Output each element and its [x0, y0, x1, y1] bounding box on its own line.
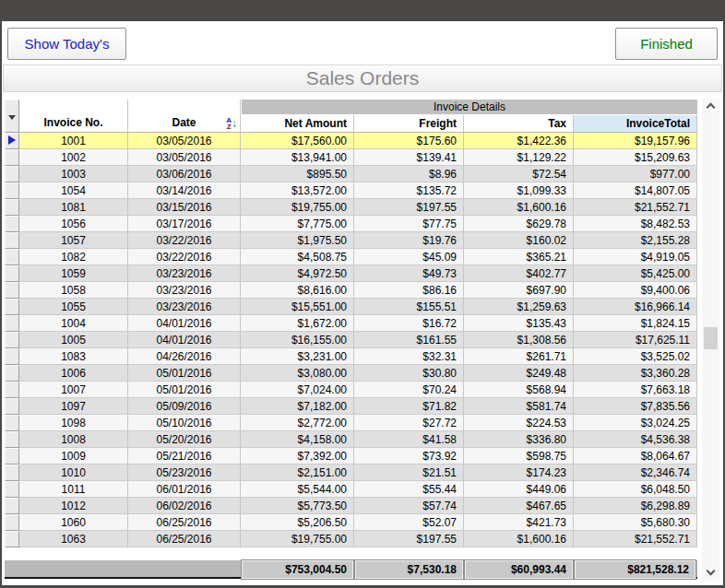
column-header-tax[interactable]: Tax [464, 115, 574, 133]
cell-tax[interactable]: $1,600.16 [464, 199, 574, 216]
table-row[interactable]: 100805/20/2016$4,158.00$41.58$336.80$4,5… [5, 431, 697, 448]
scroll-up-button[interactable] [702, 99, 719, 114]
cell-date[interactable]: 03/17/2016 [128, 216, 241, 232]
column-header-freight[interactable]: Freight [354, 115, 464, 133]
window-title-bar[interactable] [0, 0, 725, 21]
cell-date[interactable]: 05/01/2016 [128, 382, 241, 398]
cell-invoice-total[interactable]: $9,400.06 [574, 282, 697, 299]
cell-date[interactable]: 05/01/2016 [128, 365, 241, 382]
vertical-scrollbar[interactable] [702, 99, 719, 581]
cell-invoice-total[interactable]: $5,425.00 [574, 265, 697, 282]
cell-tax[interactable]: $1,099.33 [464, 182, 574, 199]
row-selector-cell[interactable] [5, 166, 19, 182]
row-selector-cell[interactable] [5, 133, 19, 149]
row-selector-cell[interactable] [5, 216, 19, 232]
cell-tax[interactable]: $402.77 [464, 265, 574, 282]
cell-invoice-total[interactable]: $6,048.50 [574, 481, 697, 498]
cell-tax[interactable]: $581.74 [464, 398, 574, 415]
cell-invoice-total[interactable]: $3,360.28 [574, 365, 697, 382]
cell-net-amount[interactable]: $19,755.00 [241, 531, 354, 547]
cell-invoice-total[interactable]: $21,552.71 [574, 199, 697, 216]
cell-invoice-no[interactable]: 1012 [19, 498, 128, 514]
cell-freight[interactable]: $197.55 [354, 199, 464, 216]
cell-net-amount[interactable]: $4,972.50 [241, 265, 354, 282]
row-selector-cell[interactable] [5, 498, 19, 514]
cell-invoice-no[interactable]: 1082 [19, 249, 128, 265]
cell-invoice-total[interactable]: $4,536.38 [574, 431, 697, 448]
cell-date[interactable]: 04/26/2016 [128, 348, 241, 365]
row-selector-cell[interactable] [5, 514, 19, 531]
cell-date[interactable]: 05/10/2016 [128, 415, 241, 431]
cell-freight[interactable]: $139.41 [354, 149, 464, 166]
table-row[interactable]: 100705/01/2016$7,024.00$70.24$568.94$7,6… [5, 382, 697, 398]
cell-freight[interactable]: $55.44 [354, 481, 464, 498]
cell-net-amount[interactable]: $19,755.00 [241, 199, 354, 216]
cell-date[interactable]: 06/01/2016 [128, 481, 241, 498]
cell-freight[interactable]: $175.60 [354, 133, 464, 149]
cell-invoice-no[interactable]: 1055 [19, 299, 128, 315]
cell-net-amount[interactable]: $15,551.00 [241, 299, 354, 315]
cell-net-amount[interactable]: $13,941.00 [241, 149, 354, 166]
cell-freight[interactable]: $49.73 [354, 265, 464, 282]
row-selector-cell[interactable] [5, 315, 19, 332]
table-row[interactable]: 105603/17/2016$7,775.00$77.75$629.78$8,4… [5, 216, 697, 232]
cell-invoice-no[interactable]: 1097 [19, 398, 128, 415]
cell-invoice-no[interactable]: 1004 [19, 315, 128, 332]
cell-tax[interactable]: $224.53 [464, 415, 574, 431]
cell-freight[interactable]: $155.51 [354, 299, 464, 315]
cell-date[interactable]: 06/25/2016 [128, 531, 241, 547]
row-selector-cell[interactable] [5, 299, 19, 315]
cell-tax[interactable]: $135.43 [464, 315, 574, 332]
cell-invoice-no[interactable]: 1058 [19, 282, 128, 299]
row-selector-cell[interactable] [5, 199, 19, 216]
cell-freight[interactable]: $52.07 [354, 514, 464, 531]
cell-net-amount[interactable]: $3,231.00 [241, 348, 354, 365]
cell-net-amount[interactable]: $2,151.00 [241, 465, 354, 481]
row-selector-cell[interactable] [5, 182, 19, 199]
cell-date[interactable]: 03/22/2016 [128, 232, 241, 249]
cell-net-amount[interactable]: $7,024.00 [241, 382, 354, 398]
cell-freight[interactable]: $70.24 [354, 382, 464, 398]
cell-invoice-total[interactable]: $15,209.63 [574, 149, 697, 166]
cell-invoice-total[interactable]: $2,155.28 [574, 232, 697, 249]
column-header-invoice-no[interactable]: Invoice No. [19, 100, 128, 133]
row-selector-cell[interactable] [5, 265, 19, 282]
cell-freight[interactable]: $27.72 [354, 415, 464, 431]
cell-date[interactable]: 03/14/2016 [128, 182, 241, 199]
table-row[interactable]: 100905/21/2016$7,392.00$73.92$598.75$8,0… [5, 448, 697, 465]
row-selector-cell[interactable] [5, 282, 19, 299]
cell-date[interactable]: 04/01/2016 [128, 315, 241, 332]
cell-net-amount[interactable]: $4,158.00 [241, 431, 354, 448]
cell-date[interactable]: 03/23/2016 [128, 299, 241, 315]
cell-tax[interactable]: $629.78 [464, 216, 574, 232]
column-header-date[interactable]: Date A Z ↓ [128, 100, 241, 133]
cell-tax[interactable]: $249.48 [464, 365, 574, 382]
cell-freight[interactable]: $135.72 [354, 182, 464, 199]
cell-invoice-total[interactable]: $8,064.67 [574, 448, 697, 465]
cell-freight[interactable]: $57.74 [354, 498, 464, 514]
cell-invoice-no[interactable]: 1001 [19, 133, 128, 149]
cell-tax[interactable]: $72.54 [464, 166, 574, 182]
cell-net-amount[interactable]: $17,560.00 [241, 133, 354, 149]
cell-invoice-total[interactable]: $19,157.96 [574, 133, 697, 149]
cell-invoice-total[interactable]: $7,663.18 [574, 382, 697, 398]
cell-tax[interactable]: $598.75 [464, 448, 574, 465]
cell-invoice-total[interactable]: $3,024.25 [574, 415, 697, 431]
cell-date[interactable]: 04/01/2016 [128, 332, 241, 348]
cell-invoice-total[interactable]: $8,482.53 [574, 216, 697, 232]
row-selector-cell[interactable] [5, 365, 19, 382]
cell-invoice-total[interactable]: $16,966.14 [574, 299, 697, 315]
cell-tax[interactable]: $1,308.56 [464, 332, 574, 348]
cell-net-amount[interactable]: $5,773.50 [241, 498, 354, 514]
cell-invoice-no[interactable]: 1010 [19, 465, 128, 481]
row-selector-cell[interactable] [5, 232, 19, 249]
cell-freight[interactable]: $71.82 [354, 398, 464, 415]
cell-invoice-no[interactable]: 1008 [19, 431, 128, 448]
cell-invoice-total[interactable]: $5,680.30 [574, 514, 697, 531]
table-row[interactable]: 100605/01/2016$3,080.00$30.80$249.48$3,3… [5, 365, 697, 382]
table-row[interactable]: 100504/01/2016$16,155.00$161.55$1,308.56… [5, 332, 697, 348]
cell-net-amount[interactable]: $1,975.50 [241, 232, 354, 249]
row-selector-cell[interactable] [5, 481, 19, 498]
cell-tax[interactable]: $261.71 [464, 348, 574, 365]
cell-net-amount[interactable]: $3,080.00 [241, 365, 354, 382]
